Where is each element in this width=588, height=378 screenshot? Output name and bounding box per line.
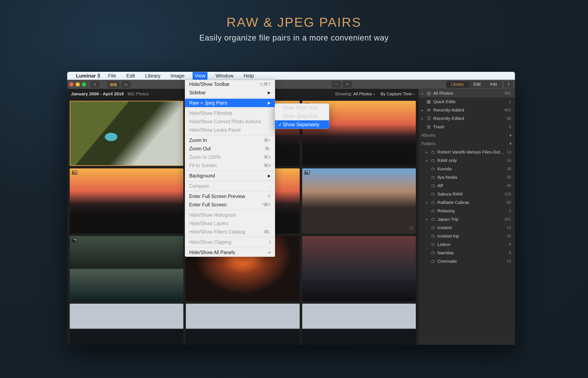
menu-zoom-out[interactable]: Zoom Out⌘-: [185, 145, 275, 153]
folder-icon: 🗀: [431, 250, 435, 255]
sidebar-item-label: All Photos: [433, 91, 502, 96]
sidebar-item-recently-added[interactable]: ▸⊕Recently Added862: [418, 106, 515, 114]
sidebar-item-count: 862: [504, 108, 511, 112]
folder-count: 431: [504, 217, 511, 222]
menu-fullscreen[interactable]: Enter Full Screen^⌘F: [185, 201, 275, 209]
menubar-item-image[interactable]: Image: [168, 72, 187, 80]
folder-item[interactable]: 🗀Sakura RAW126: [418, 190, 515, 198]
folder-label: Kuroda: [437, 166, 505, 171]
menubar-item-help[interactable]: Help: [241, 72, 256, 80]
menubar-item-window[interactable]: Window: [213, 72, 235, 80]
app-name[interactable]: Luminar 3: [76, 73, 100, 79]
minimize-button[interactable]: [76, 82, 80, 86]
thumbnail[interactable]: [70, 304, 183, 345]
folder-count: 126: [504, 192, 511, 196]
menu-sidebar[interactable]: Sidebar▶: [185, 88, 275, 97]
sidebar-item-all-photos[interactable]: ▸▤All Photos862: [418, 89, 515, 97]
folder-item[interactable]: ▸🗀RAW only16: [418, 156, 515, 165]
mode-tabs: Library Edit Info: [446, 81, 502, 88]
menu-current-actions: Hide/Show Current Photo Actions: [185, 117, 275, 126]
menubar-item-view[interactable]: View: [193, 72, 208, 80]
submenu-show-separately[interactable]: ✓Show Separately: [275, 120, 329, 129]
sidebar-item-quick-edits[interactable]: ▦Quick Edits1: [418, 97, 515, 106]
chevron-icon: ▸: [425, 159, 429, 162]
folder-item[interactable]: 🗀Kuroda26: [418, 165, 515, 173]
albums-header[interactable]: Albums +: [418, 131, 515, 139]
folder-item[interactable]: 🗀Relaxing2: [418, 207, 515, 215]
thumbnail[interactable]: [302, 236, 416, 301]
folder-item[interactable]: 🗀Iceland12: [418, 223, 515, 232]
thumbnail[interactable]: [70, 101, 183, 166]
menu-filters-catalog: Hide/Show Filters Catalog⌘L: [185, 228, 275, 236]
sidebar-item-trash[interactable]: 🗑Trash5: [418, 123, 515, 131]
zoom-plus-button[interactable]: +: [343, 81, 352, 88]
folder-count: 25: [507, 234, 511, 238]
menubar-item-edit[interactable]: Edit: [124, 72, 137, 80]
tab-library[interactable]: Library: [446, 81, 469, 88]
sidebar-item-count: 1: [509, 99, 511, 104]
folder-item[interactable]: 🗀Lisbon9: [418, 240, 515, 249]
thumbnail[interactable]: [186, 304, 299, 345]
maximize-button[interactable]: [82, 82, 86, 86]
zoom-minus-button[interactable]: −: [332, 81, 341, 88]
close-button[interactable]: [69, 82, 74, 86]
folder-label: Robert Vanelli-Various Files-Out...: [437, 149, 505, 155]
menu-looks-panel: Hide/Show Looks Panel: [185, 126, 275, 134]
thumbnail[interactable]: [70, 168, 183, 233]
menu-background[interactable]: Background▶: [185, 172, 275, 180]
tab-edit[interactable]: Edit: [469, 81, 485, 88]
folder-item[interactable]: 🗀Aff46: [418, 181, 515, 190]
tab-info[interactable]: Info: [485, 81, 502, 88]
folder-label: Sakura RAW: [437, 191, 502, 197]
menu-zoom-100: Zoom to 100%⌘1: [185, 153, 275, 161]
thumbnail[interactable]: [70, 236, 183, 301]
folder-count: 16: [507, 158, 511, 163]
menu-all-panels[interactable]: Hide/Show All Panels⇥: [185, 248, 275, 256]
import-button[interactable]: ⇩: [90, 81, 99, 88]
folder-count: 2: [509, 209, 511, 213]
menu-raw-jpeg-pairs[interactable]: Raw + Jpeg Pairs▶: [185, 99, 275, 107]
submenu-jpeg-only[interactable]: Show Jpeg Only: [275, 112, 329, 120]
folder-count: 46: [507, 183, 511, 188]
single-view-button[interactable]: ▭: [121, 81, 130, 88]
submenu-raw-only[interactable]: Show Raw Only: [275, 104, 329, 112]
menu-zoom-in[interactable]: Zoom In⌘+: [185, 136, 275, 145]
folder-count: 9: [509, 242, 511, 247]
folder-item[interactable]: 🗀Ilya Nodia55: [418, 173, 515, 181]
add-album-icon[interactable]: +: [509, 132, 512, 138]
folder-item[interactable]: 🗀Iceland trip25: [418, 232, 515, 240]
folders-header[interactable]: Folders +: [418, 139, 515, 148]
grid-view-button[interactable]: ▦▦: [107, 81, 119, 88]
folder-label: Iceland trip: [437, 233, 505, 239]
photo-count: 862 Photos: [127, 92, 149, 96]
menu-histogram: Hide/Show Histogram: [185, 211, 275, 219]
folder-item[interactable]: 🗀Cinematic12: [418, 257, 515, 265]
thumbnail[interactable]: [302, 304, 416, 345]
sidebar-item-count: 5: [509, 124, 511, 129]
folder-item[interactable]: ▸🗀Robert Vanelli-Various Files-Out...13: [418, 148, 515, 156]
thumbnail[interactable]: ♡: [302, 168, 416, 233]
menu-fullscreen-preview[interactable]: Enter Full Screen PreviewF: [185, 192, 275, 201]
sidebar-item-label: Trash: [433, 124, 507, 129]
favorite-icon[interactable]: ♡: [410, 226, 414, 231]
chevron-icon: ▸: [425, 217, 429, 221]
folder-item[interactable]: ▸🗀Japan-Trip431: [418, 215, 515, 223]
showing-filter[interactable]: Showing: All Photos ▾ By Capture Time ▾: [335, 92, 414, 96]
sidebar-item-label: Recently Edited: [433, 116, 505, 121]
sidebar-item-count: 80: [507, 116, 511, 121]
folder-count: 55: [507, 175, 511, 180]
sidebar-item-recently-edited[interactable]: ▸☰Recently Edited80: [418, 114, 515, 123]
folder-item[interactable]: ▸🗀Raffaele Cabras80: [418, 198, 515, 207]
folders-label: Folders: [421, 141, 436, 146]
folder-icon: 🗀: [431, 233, 435, 239]
share-button[interactable]: ⇪: [504, 81, 513, 88]
add-folder-icon[interactable]: +: [509, 141, 512, 147]
folder-item[interactable]: 🗀Namibia8: [418, 249, 515, 257]
menu-toggle-toolbar[interactable]: Hide/Show Toolbar⌥⌘T: [185, 80, 275, 88]
sidebar-item-count: 862: [504, 91, 511, 95]
folder-label: Cinematic: [437, 259, 505, 264]
menubar-item-library[interactable]: Library: [143, 72, 162, 80]
menubar-item-file[interactable]: File: [106, 72, 119, 80]
menu-layers: Hide/Show Layers: [185, 219, 275, 228]
sidebar-item-label: Recently Added: [433, 108, 502, 113]
